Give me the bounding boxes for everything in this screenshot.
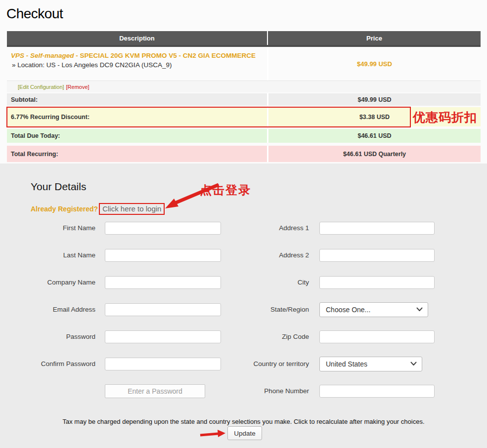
- update-button[interactable]: Update: [227, 426, 262, 440]
- subtotal-label: Subtotal:: [7, 93, 267, 106]
- form-row: Address 1: [220, 214, 435, 242]
- last-name-label: Last Name: [7, 251, 95, 259]
- checkout-page: Checkout Description Price VPS - Self-ma…: [0, 0, 487, 448]
- form-row: Enter a Password: [7, 377, 221, 405]
- first-name-label: First Name: [7, 224, 95, 232]
- password-label: Password: [7, 333, 95, 340]
- company-name-input[interactable]: [105, 276, 221, 289]
- password-strength-button[interactable]: Enter a Password: [105, 384, 205, 398]
- item-actions-row: [Edit Configuration] [Remove]: [7, 81, 481, 92]
- details-form-left-column: First Name Last Name Company Name Email …: [7, 214, 221, 405]
- already-registered-label: Already Registered?: [31, 205, 98, 213]
- total-due-value: $46.61 USD: [267, 129, 481, 143]
- company-name-label: Company Name: [7, 279, 95, 286]
- state-region-label: State/Region: [220, 306, 309, 313]
- form-row: State/Region Choose One...: [220, 296, 435, 323]
- confirm-password-label: Confirm Password: [7, 360, 95, 367]
- product-location: » Location: US - Los Angeles DC9 CN2GIA …: [11, 61, 262, 69]
- form-row: City: [220, 269, 435, 296]
- total-recurring-label: Total Recurring:: [7, 146, 267, 162]
- country-selected-value: United States: [326, 360, 410, 368]
- city-label: City: [220, 279, 309, 286]
- total-due-label: Total Due Today:: [7, 129, 267, 143]
- form-row: Address 2: [220, 242, 435, 269]
- form-row: Phone Number: [220, 377, 435, 405]
- description-column-header: Description: [7, 31, 267, 45]
- form-row: Password: [7, 323, 221, 350]
- edit-configuration-link[interactable]: [Edit Configuration]: [18, 84, 64, 90]
- chevron-down-icon: [416, 307, 423, 312]
- email-address-label: Email Address: [7, 306, 95, 313]
- zip-code-label: Zip Code: [220, 333, 309, 340]
- form-row: First Name: [7, 214, 221, 242]
- product-price: $49.99 USD: [267, 47, 481, 81]
- total-due-row: Total Due Today: $46.61 USD: [7, 129, 481, 143]
- chevron-down-icon: [410, 362, 417, 366]
- click-here-to-login-link[interactable]: Click here to login: [99, 203, 165, 215]
- address2-label: Address 2: [220, 251, 309, 259]
- total-recurring-value: $46.61 USD Quarterly: [267, 146, 481, 162]
- form-row: Email Address: [7, 296, 221, 323]
- login-annotation-text: 点击登录: [200, 182, 251, 198]
- confirm-password-input[interactable]: [105, 358, 221, 370]
- state-region-selected-value: Choose One...: [326, 306, 416, 314]
- zip-code-input[interactable]: [319, 330, 435, 343]
- cart-item-row: VPS - Self-managed - SPECIAL 20G KVM PRO…: [7, 47, 481, 81]
- remove-link[interactable]: [Remove]: [66, 84, 89, 90]
- price-column-header: Price: [267, 31, 481, 45]
- total-recurring-row: Total Recurring: $46.61 USD Quarterly: [7, 146, 481, 162]
- state-region-select[interactable]: Choose One...: [319, 302, 428, 317]
- discount-annotation-text: 优惠码折扣: [413, 109, 477, 125]
- address1-input[interactable]: [319, 222, 435, 235]
- subtotal-row: Subtotal: $49.99 USD: [7, 93, 481, 106]
- form-row: Company Name: [7, 269, 221, 296]
- product-name: VPS - Self-managed - SPECIAL 20G KVM PRO…: [11, 51, 261, 60]
- country-select[interactable]: United States: [319, 357, 422, 371]
- password-input[interactable]: [105, 330, 221, 343]
- country-label: Country or territory: [220, 360, 309, 367]
- form-row: Zip Code: [220, 323, 435, 350]
- subtotal-value: $49.99 USD: [267, 93, 481, 106]
- phone-number-label: Phone Number: [220, 387, 309, 395]
- first-name-input[interactable]: [105, 222, 221, 235]
- form-row: Confirm Password: [7, 350, 221, 377]
- tax-note: Tax may be charged depending upon the st…: [0, 418, 487, 425]
- discount-row: 6.77% Recurring Discount: $3.38 USD: [7, 107, 481, 126]
- details-form-right-column: Address 1 Address 2 City State/Region Ch…: [220, 214, 435, 405]
- city-input[interactable]: [319, 276, 435, 289]
- address2-input[interactable]: [319, 249, 435, 262]
- discount-label: 6.77% Recurring Discount:: [7, 107, 267, 126]
- form-row: Country or territory United States: [220, 350, 435, 377]
- email-address-input[interactable]: [105, 303, 221, 316]
- address1-label: Address 1: [220, 224, 309, 232]
- cart-table: Description Price VPS - Self-managed - S…: [7, 31, 481, 162]
- already-registered-line: Already Registered? Click here to login: [31, 203, 165, 215]
- cart-table-header: Description Price: [7, 31, 481, 47]
- form-row: Last Name: [7, 242, 221, 269]
- page-title: Checkout: [6, 6, 63, 22]
- update-arrow-annotation: [199, 428, 226, 439]
- last-name-input[interactable]: [105, 249, 221, 262]
- your-details-heading: Your Details: [31, 181, 86, 193]
- phone-number-input[interactable]: [319, 385, 435, 398]
